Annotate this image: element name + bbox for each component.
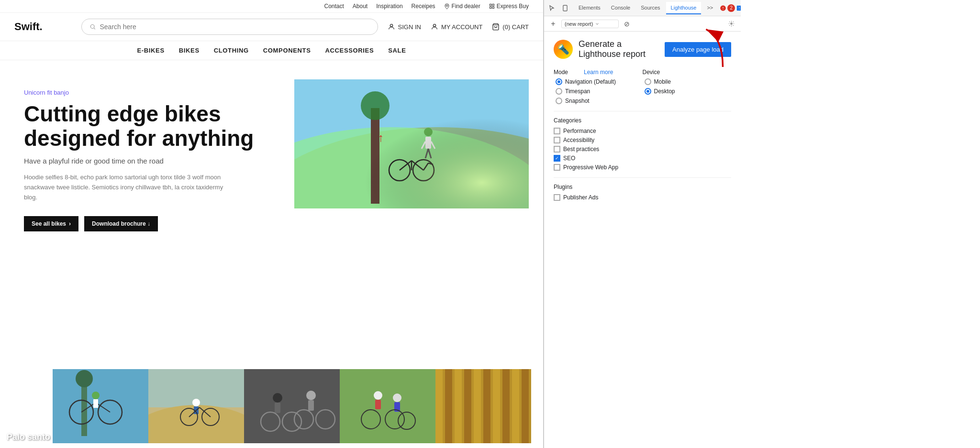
svg-rect-68 xyxy=(464,369,471,443)
nav-ebikes[interactable]: E-BIKES xyxy=(137,47,164,54)
palo-santo-label: Palo santo xyxy=(7,432,50,442)
analyze-page-load-btn[interactable]: Analyze page load xyxy=(665,42,731,57)
dropdown-icon xyxy=(595,22,600,26)
cat-performance[interactable]: Performance xyxy=(554,128,731,134)
nav-accessories[interactable]: ACCESSORIES xyxy=(325,47,374,54)
thumb-5[interactable] xyxy=(435,369,531,443)
cart-icon xyxy=(492,23,500,31)
radio-navigation[interactable] xyxy=(556,78,562,85)
warning-badge-group: 1 xyxy=(736,4,741,12)
svg-point-5 xyxy=(90,25,94,29)
download-brochure-btn[interactable]: Download brochure ↓ xyxy=(84,216,158,231)
thumb-2[interactable] xyxy=(148,369,244,443)
report-select[interactable]: (new report) xyxy=(561,20,619,28)
clear-btn[interactable]: ⊘ xyxy=(622,19,632,29)
devtools-right-icons: 2 1 ⋮ xyxy=(720,2,741,14)
mode-navigation[interactable]: Navigation (Default) xyxy=(556,78,643,85)
checkbox-publisher-ads[interactable] xyxy=(554,194,560,201)
checkbox-performance[interactable] xyxy=(554,128,560,134)
radio-timespan[interactable] xyxy=(556,88,562,95)
svg-rect-72 xyxy=(502,369,510,443)
svg-point-7 xyxy=(433,24,435,27)
cat-best-practices[interactable]: Best practices xyxy=(554,146,731,153)
svg-point-86 xyxy=(730,23,732,24)
thumb-3[interactable] xyxy=(244,369,340,443)
radio-mobile[interactable] xyxy=(645,78,651,85)
svg-rect-3 xyxy=(490,7,491,9)
nav-bikes[interactable]: BIKES xyxy=(179,47,200,54)
radio-desktop[interactable] xyxy=(645,88,651,95)
cart-btn[interactable]: (0) CART xyxy=(492,23,529,31)
checkbox-accessibility[interactable] xyxy=(554,137,560,143)
cat-seo[interactable]: SEO xyxy=(554,155,731,162)
warning-icon xyxy=(736,5,741,11)
checkbox-seo[interactable] xyxy=(554,155,560,162)
svg-point-59 xyxy=(393,393,401,402)
svg-rect-73 xyxy=(512,369,519,443)
tab-more[interactable]: >> xyxy=(702,2,718,14)
tab-elements[interactable]: Elements xyxy=(574,2,605,14)
sign-in-btn[interactable]: SIGN IN xyxy=(388,23,421,31)
my-account-btn[interactable]: MY ACCOUNT xyxy=(431,23,482,31)
thumbnails xyxy=(0,369,543,446)
nav-components[interactable]: COMPONENTS xyxy=(263,47,311,54)
topbar-find-dealer[interactable]: Find dealer xyxy=(444,3,480,10)
learn-more-link[interactable]: Learn more xyxy=(584,69,613,76)
express-buy-icon xyxy=(489,3,495,9)
lh-categories-section: Categories Performance Accessibility Bes… xyxy=(554,117,731,171)
cursor-icon xyxy=(548,5,555,11)
svg-rect-69 xyxy=(474,369,481,443)
topbar-contact[interactable]: Contact xyxy=(324,3,344,10)
tab-sources[interactable]: Sources xyxy=(636,2,665,14)
device-radio-group: Mobile Desktop xyxy=(645,78,732,95)
nav-clothing[interactable]: CLOTHING xyxy=(214,47,249,54)
plugin-publisher-ads[interactable]: Publisher Ads xyxy=(554,194,731,201)
device-mobile[interactable]: Mobile xyxy=(645,78,732,85)
nav-sale[interactable]: SALE xyxy=(388,47,406,54)
lh-device-row: Device xyxy=(643,69,732,76)
cat-pwa[interactable]: Progressive Web App xyxy=(554,164,731,171)
mode-timespan[interactable]: Timespan xyxy=(556,88,643,95)
header: Swift. SIGN IN MY ACCOUNT (0) CART xyxy=(0,13,543,41)
plugins-title: Plugins xyxy=(554,184,731,190)
see-all-bikes-btn[interactable]: See all bikes xyxy=(24,216,78,231)
topbar-express-buy[interactable]: Express Buy xyxy=(489,3,529,10)
website-area: Contact About Inspiration Receipes Find … xyxy=(0,0,543,448)
tab-lighthouse[interactable]: Lighthouse xyxy=(666,2,702,14)
svg-rect-74 xyxy=(522,369,529,443)
search-bar[interactable] xyxy=(81,19,378,35)
svg-rect-1 xyxy=(490,4,491,6)
device-desktop[interactable]: Desktop xyxy=(645,88,732,95)
thumb-4[interactable] xyxy=(340,369,435,443)
cursor-tool-btn[interactable] xyxy=(546,2,557,14)
new-report-btn[interactable]: + xyxy=(548,19,558,29)
lh-divider-2 xyxy=(554,177,731,178)
mode-snapshot[interactable]: Snapshot xyxy=(556,98,643,104)
devtools-panel: Elements Console Sources Lighthouse >> 2… xyxy=(543,0,741,448)
radio-snapshot[interactable] xyxy=(556,98,562,104)
device-tool-btn[interactable] xyxy=(559,2,571,14)
cat-accessibility[interactable]: Accessibility xyxy=(554,137,731,143)
svg-rect-53 xyxy=(308,400,314,411)
devtools-settings-btn[interactable] xyxy=(725,18,737,30)
tab-console[interactable]: Console xyxy=(606,2,635,14)
lh-mode-col: Mode Learn more Navigation (Default) Tim… xyxy=(554,69,643,104)
hero-section: Unicorn fit banjo Cutting edge bikes des… xyxy=(0,60,543,369)
search-icon xyxy=(89,23,96,30)
lh-mode-device: Mode Learn more Navigation (Default) Tim… xyxy=(554,69,731,104)
checkbox-pwa[interactable] xyxy=(554,164,560,171)
svg-rect-56 xyxy=(340,369,435,443)
topbar-about[interactable]: About xyxy=(353,3,368,10)
thumb-1[interactable] xyxy=(53,369,148,443)
nav: E-BIKES BIKES CLOTHING COMPONENTS ACCESS… xyxy=(0,41,543,60)
checkbox-best-practices[interactable] xyxy=(554,146,560,153)
topbar-inspiration[interactable]: Inspiration xyxy=(376,3,402,10)
svg-rect-71 xyxy=(493,369,500,443)
lighthouse-content: 🔦 Generate a Lighthouse report Analyze p… xyxy=(544,32,741,448)
svg-rect-58 xyxy=(375,400,381,409)
hero-body: Hoodie selfies 8-bit, echo park lomo sar… xyxy=(24,173,225,202)
topbar-receipes[interactable]: Receipes xyxy=(412,3,435,10)
error-icon xyxy=(720,5,726,11)
logo[interactable]: Swift. xyxy=(14,21,72,33)
search-input[interactable] xyxy=(100,23,369,31)
